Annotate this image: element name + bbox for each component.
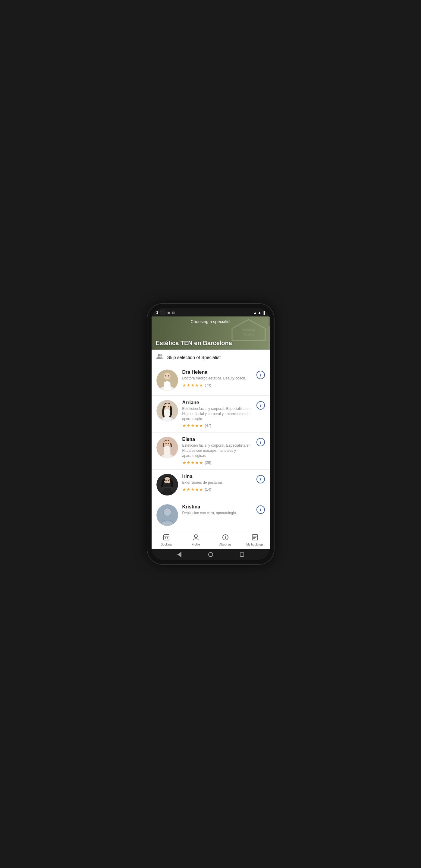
specialist-item-kristina[interactable]: Kristina Depilacion con cera, aparatolog… <box>152 500 270 528</box>
page-title: Choosing a specialist <box>190 319 230 324</box>
avatar-irina <box>156 474 178 495</box>
signal-icon: ▲ <box>258 311 261 314</box>
specialist-info-kristina: Kristina Depilacion con cera, aparatolog… <box>182 504 254 518</box>
recents-button[interactable] <box>239 552 245 558</box>
content-area[interactable]: Skip selection of Specialist <box>152 350 270 531</box>
svg-point-10 <box>164 403 170 410</box>
specialist-item[interactable]: Dra Helena Doctora médico-estética. Beau… <box>152 365 270 396</box>
svg-point-20 <box>168 480 169 481</box>
svg-rect-24 <box>164 535 169 540</box>
review-count: (73) <box>205 383 211 387</box>
specialist-desc: Esteticien facial y corporal. Especialis… <box>182 406 254 421</box>
status-icons: ▲ ▲ ▐ <box>254 311 265 314</box>
svg-point-7 <box>165 375 166 377</box>
nav-my-bookings[interactable]: My bookings <box>240 534 270 546</box>
specialist-name: Elena <box>182 437 254 442</box>
review-count: (14) <box>205 487 211 492</box>
specialist-list: Dra Helena Doctora médico-estética. Beau… <box>152 365 270 528</box>
back-button[interactable] <box>176 552 182 558</box>
rating-row: ★★★★★ (14) <box>182 487 254 492</box>
bottom-nav: Booking Profile i <box>152 531 270 549</box>
about-us-icon: i <box>222 534 229 542</box>
stars: ★★★★★ <box>182 460 203 465</box>
rating-row: ★★★★★ (73) <box>182 383 254 388</box>
specialist-name: Kristina <box>182 504 254 510</box>
specialist-desc: Extensiones de pestañas <box>182 480 254 485</box>
status-time: 1 <box>156 310 159 315</box>
avatar-kristina <box>156 504 178 526</box>
svg-point-12 <box>168 406 169 407</box>
svg-point-6 <box>164 373 170 379</box>
svg-point-30 <box>194 535 197 538</box>
nav-booking[interactable]: Booking <box>152 534 181 546</box>
specialist-desc: Doctora médico-estética. Beauty coach. <box>182 376 254 381</box>
status-left: 1 ▣ ⊟ <box>156 310 175 315</box>
specialist-item[interactable]: Irina Extensiones de pestañas ★★★★★ (14)… <box>152 470 270 500</box>
specialist-info-irina: Irina Extensiones de pestañas ★★★★★ (14) <box>182 474 254 492</box>
skip-selection-row[interactable]: Skip selection of Specialist <box>152 350 270 365</box>
header-title-bar: Choosing a specialist <box>152 316 270 327</box>
info-button-arriane[interactable]: i <box>256 401 265 410</box>
my-bookings-icon <box>252 534 258 542</box>
svg-text:Estética: Estética <box>243 333 253 336</box>
info-button-elena[interactable]: i <box>256 438 265 446</box>
app-screen: Tecnología Estética Choosing a specialis… <box>152 316 270 549</box>
specialist-name: Irina <box>182 474 254 479</box>
specialist-name: Arriane <box>182 400 254 405</box>
nav-about-us[interactable]: i About us <box>210 534 240 546</box>
specialist-info-elena: Elena Esteticien facial y corporal. Espe… <box>182 437 254 465</box>
rating-row: ★★★★★ (47) <box>182 423 254 428</box>
svg-point-18 <box>164 477 170 484</box>
battery-icon: ▐ <box>262 311 265 314</box>
booking-icon <box>163 534 170 542</box>
stars: ★★★★★ <box>182 383 203 388</box>
svg-point-15 <box>165 443 167 444</box>
booking-label: Booking <box>161 543 171 546</box>
svg-point-19 <box>165 480 167 481</box>
salon-name: Estética TEN en Barcelona <box>156 340 232 347</box>
phone-frame: 1 ▣ ⊟ ▲ ▲ ▐ Tecnología <box>148 304 274 564</box>
wifi-icon: ▲ <box>254 311 257 314</box>
phone-inner: 1 ▣ ⊟ ▲ ▲ ▐ Tecnología <box>152 308 270 560</box>
profile-icon <box>193 534 199 542</box>
specialist-info-arriane: Arriane Esteticien facial y corporal. Es… <box>182 400 254 428</box>
stars: ★★★★★ <box>182 487 203 492</box>
specialist-desc: Depilacion con cera, aparatologia... <box>182 510 254 516</box>
scroll-bar <box>268 316 270 350</box>
specialist-info-helena: Dra Helena Doctora médico-estética. Beau… <box>182 370 254 388</box>
my-bookings-label: My bookings <box>246 543 263 546</box>
specialist-item[interactable]: Arriane Esteticien facial y corporal. Es… <box>152 396 270 433</box>
specialist-name: Dra Helena <box>182 370 254 375</box>
stars: ★★★★★ <box>182 423 203 428</box>
header-banner: Tecnología Estética Choosing a specialis… <box>152 316 270 350</box>
info-button-kristina[interactable]: i <box>256 505 265 514</box>
svg-text:i: i <box>225 535 226 540</box>
avatar-helena <box>156 370 178 391</box>
scroll-thumb <box>268 316 270 327</box>
status-bar: 1 ▣ ⊟ ▲ ▲ ▐ <box>152 308 270 316</box>
svg-point-4 <box>160 354 162 356</box>
rating-row: ★★★★★ (29) <box>182 460 254 465</box>
group-icon <box>156 354 164 361</box>
sim-icon: ▣ <box>167 311 170 315</box>
nav-profile[interactable]: Profile <box>181 534 210 546</box>
review-count: (29) <box>205 461 211 465</box>
profile-label: Profile <box>191 543 200 546</box>
skip-label: Skip selection of Specialist <box>167 355 221 360</box>
svg-point-3 <box>158 354 160 356</box>
info-button-helena[interactable]: i <box>256 371 265 379</box>
specialist-desc: Esteticien facial y corporal. Especialis… <box>182 443 254 458</box>
notification-icon: ⊟ <box>172 311 175 315</box>
avatar-arriane <box>156 400 178 422</box>
svg-point-16 <box>168 443 169 444</box>
camera-icon <box>160 310 165 315</box>
avatar-elena <box>156 437 178 458</box>
svg-point-11 <box>165 406 166 407</box>
home-button[interactable] <box>207 552 214 558</box>
about-us-label: About us <box>219 543 231 546</box>
svg-point-8 <box>168 375 169 377</box>
specialist-item[interactable]: Elena Esteticien facial y corporal. Espe… <box>152 433 270 469</box>
svg-text:Tecnología: Tecnología <box>242 328 255 331</box>
info-button-irina[interactable]: i <box>256 475 265 484</box>
android-nav-bar <box>152 549 270 560</box>
